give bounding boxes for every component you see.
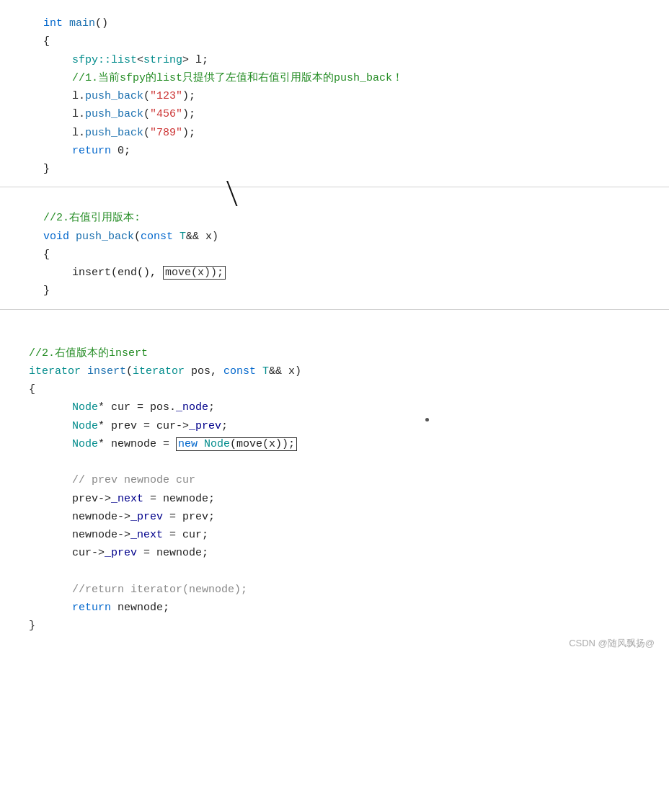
line-pushback-789: l.push_back("789");: [0, 124, 669, 142]
line-pushback-456: l.push_back("456");: [0, 105, 669, 123]
line-return-0: return 0;: [0, 142, 669, 160]
line-newnode-prev: newnode->_prev = prev;: [0, 508, 669, 526]
line-empty-2: [0, 563, 669, 581]
line-empty-1: [0, 453, 669, 471]
gap-3: [0, 324, 669, 337]
line-cur-prev: cur->_prev = newnode;: [0, 544, 669, 562]
watermark: CSDN @随风飘扬@: [569, 637, 655, 650]
line-comment-2: //2.右值引用版本:: [0, 209, 669, 227]
line-comment-3: //2.右值版本的insert: [0, 344, 669, 362]
page-wrapper: int main() { sfpy::list<string> l; //1.当…: [0, 0, 669, 657]
line-main-sig: int main(): [0, 14, 669, 32]
line-return-newnode: return newnode;: [0, 599, 669, 617]
line-comment-1: //1.当前sfpy的list只提供了左值和右值引用版本的push_back！: [0, 69, 669, 87]
line-sfpy-list: sfpy::list<string> l;: [0, 51, 669, 69]
line-close-brace-3: }: [0, 617, 669, 635]
code-block-push-back: //2.右值引用版本: void push_back(const T&& x) …: [0, 206, 669, 303]
line-comment-return-iterator: //return iterator(newnode);: [0, 581, 669, 599]
line-open-brace-1: {: [0, 32, 669, 50]
code-block-insert: //2.右值版本的insert iterator insert(iterator…: [0, 342, 669, 638]
line-node-newnode: Node* newnode = new Node(move(x));: [0, 435, 669, 453]
line-insert-move: insert(end(), move(x));: [0, 264, 669, 282]
line-open-brace-2: {: [0, 246, 669, 264]
line-push-back-sig: void push_back(const T&& x): [0, 228, 669, 246]
line-close-brace-1: }: [0, 160, 669, 178]
highlight-new-node: new Node(move(x));: [176, 437, 297, 451]
line-pushback-123: l.push_back("123");: [0, 87, 669, 105]
line-node-cur: Node* cur = pos._node;: [0, 398, 669, 416]
section-insert: //2.右值版本的insert iterator insert(iterator…: [0, 337, 669, 643]
line-prev-next: prev->_next = newnode;: [0, 490, 669, 508]
line-newnode-next: newnode->_next = cur;: [0, 526, 669, 544]
line-close-brace-2: }: [0, 282, 669, 300]
line-insert-sig: iterator insert(iterator pos, const T&& …: [0, 362, 669, 380]
divider-1: [0, 187, 669, 187]
code-block-main: int main() { sfpy::list<string> l; //1.当…: [0, 12, 669, 181]
dot-decoration-2: [425, 418, 429, 421]
section-push-back: //2.右值引用版本: void push_back(const T&& x) …: [0, 202, 669, 307]
line-node-prev: Node* prev = cur->_prev;: [0, 417, 669, 435]
line-comment-prev-newnode-cur: // prev newnode cur: [0, 471, 669, 489]
highlight-move-x: move(x));: [163, 266, 226, 280]
divider-2: [0, 309, 669, 310]
section-main: int main() { sfpy::list<string> l; //1.当…: [0, 7, 669, 185]
gap-1: [0, 189, 669, 202]
gap-2: [0, 311, 669, 324]
line-open-brace-3: {: [0, 380, 669, 398]
